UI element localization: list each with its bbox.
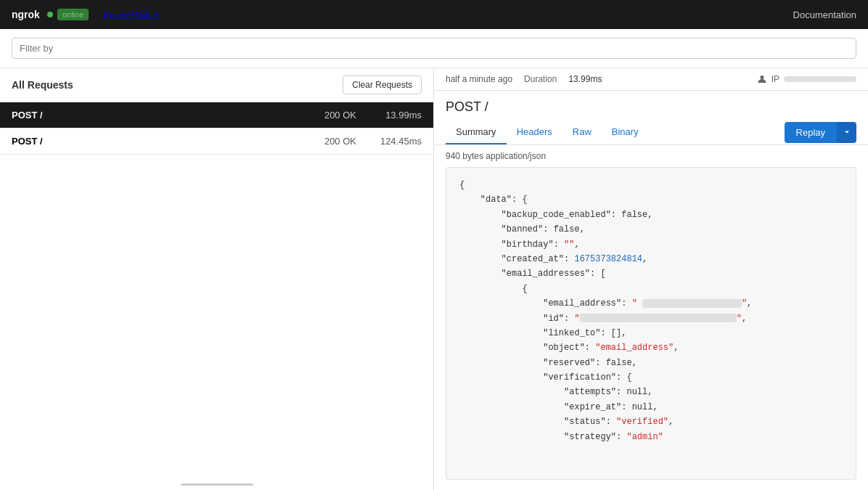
clear-requests-button[interactable]: Clear Requests <box>343 75 422 94</box>
top-nav: ngrok online Inspect Status Documentatio… <box>0 0 868 29</box>
request-status-1: 200 OK <box>324 110 356 121</box>
nav-status-link[interactable]: Status <box>134 9 160 20</box>
ip-label: IP <box>771 74 779 84</box>
json-line-7: "email_addresses": [ <box>459 266 843 281</box>
request-method-1: POST / <box>12 110 324 121</box>
svg-point-0 <box>760 75 763 79</box>
tab-summary[interactable]: Summary <box>446 121 507 144</box>
json-line-2: "data": { <box>459 192 843 207</box>
replay-button[interactable]: Replay <box>785 122 837 143</box>
json-line-17: "status": "verified", <box>459 415 843 429</box>
json-line-12: "object": "email_address", <box>459 340 843 355</box>
nav-inspect-link[interactable]: Inspect <box>103 9 134 20</box>
scroll-line <box>181 483 253 486</box>
request-method-2: POST / <box>12 136 324 147</box>
request-status-2: 200 OK <box>324 136 356 147</box>
left-panel: All Requests Clear Requests POST / 200 O… <box>0 68 434 490</box>
tab-headers[interactable]: Headers <box>507 121 562 144</box>
request-duration-2: 124.45ms <box>371 136 422 147</box>
request-time: half a minute ago <box>446 74 512 84</box>
main-layout: All Requests Clear Requests POST / 200 O… <box>0 68 868 490</box>
all-requests-title: All Requests <box>12 79 73 91</box>
request-meta-bar: half a minute ago Duration 13.99ms IP <box>434 68 868 91</box>
scroll-indicator <box>0 478 433 490</box>
json-line-1: { <box>459 178 843 192</box>
json-line-4: "banned": false, <box>459 222 843 237</box>
filter-input[interactable] <box>12 38 856 59</box>
tabs-row: Summary Headers Raw Binary Replay <box>434 115 868 145</box>
json-viewer[interactable]: { "data": { "backup_code_enabled": false… <box>446 167 856 480</box>
json-line-18: "strategy": "admin" <box>459 430 843 444</box>
json-line-5: "birthday": "", <box>459 237 843 252</box>
tab-raw[interactable]: Raw <box>562 121 602 144</box>
json-line-9: "email_address": " ", <box>459 296 843 311</box>
filter-bar <box>0 29 868 68</box>
chevron-down-icon <box>843 128 851 136</box>
status-dot-icon <box>47 12 53 17</box>
json-line-15: "attempts": null, <box>459 385 843 399</box>
right-panel: half a minute ago Duration 13.99ms IP PO… <box>434 68 868 490</box>
user-icon <box>757 74 767 84</box>
duration-label: Duration <box>524 74 557 84</box>
request-duration-1: 13.99ms <box>371 110 422 121</box>
json-line-10: "id": " ", <box>459 311 843 326</box>
request-row-1[interactable]: POST / 200 OK 13.99ms <box>0 102 433 128</box>
brand-logo: ngrok <box>12 9 40 20</box>
documentation-link[interactable]: Documentation <box>793 9 856 20</box>
content-type-bar: 940 bytes application/json <box>434 145 868 167</box>
left-header: All Requests Clear Requests <box>0 68 433 102</box>
post-title: POST / <box>434 91 868 115</box>
online-badge: online <box>57 9 89 20</box>
duration-value: 13.99ms <box>568 74 602 84</box>
json-line-6: "created_at": 1675373824814, <box>459 252 843 266</box>
json-line-13: "reserved": false, <box>459 356 843 370</box>
replay-dropdown-button[interactable] <box>837 122 856 143</box>
replay-btn-wrap: Replay <box>785 122 856 143</box>
ip-value-bar <box>784 76 856 82</box>
json-line-11: "linked_to": [], <box>459 326 843 340</box>
request-row-2[interactable]: POST / 200 OK 124.45ms <box>0 128 433 155</box>
json-line-3: "backup_code_enabled": false, <box>459 208 843 222</box>
tab-binary[interactable]: Binary <box>602 121 649 144</box>
json-line-14: "verification": { <box>459 370 843 385</box>
json-line-8: { <box>459 282 843 296</box>
json-line-16: "expire_at": null, <box>459 400 843 415</box>
